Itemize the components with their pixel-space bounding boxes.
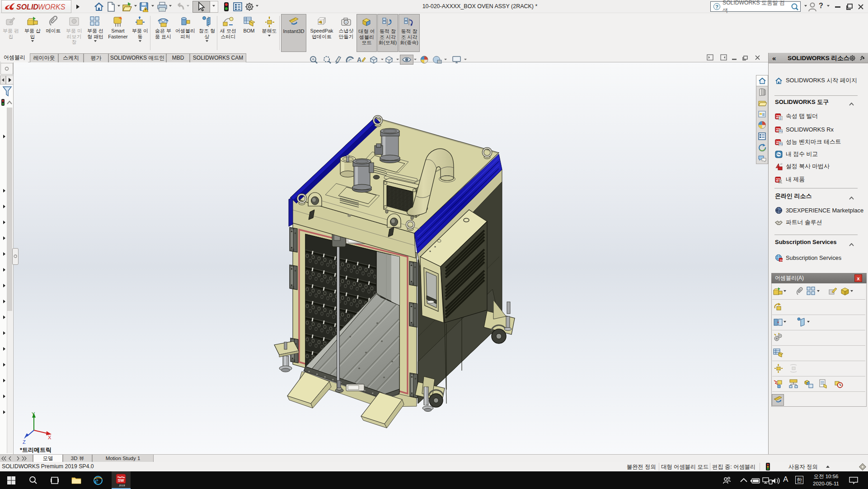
svg-text:WORKS: WORKS xyxy=(38,3,66,11)
svg-text:X: X xyxy=(48,435,52,440)
svg-text:Rx: Rx xyxy=(779,142,783,146)
svg-text:Z: Z xyxy=(23,439,26,445)
svg-text:W: W xyxy=(776,129,779,132)
svg-text:A: A xyxy=(357,56,361,63)
svg-text:2019: 2019 xyxy=(119,484,125,487)
svg-text:SOLID: SOLID xyxy=(16,3,38,11)
svg-text:SW: SW xyxy=(118,478,125,483)
svg-text:W: W xyxy=(776,179,779,182)
svg-text:SW: SW xyxy=(780,259,783,262)
svg-text:W: W xyxy=(776,116,779,119)
svg-text:Rx: Rx xyxy=(779,130,783,133)
svg-text:W: W xyxy=(776,142,779,145)
svg-text:Y: Y xyxy=(32,411,35,417)
